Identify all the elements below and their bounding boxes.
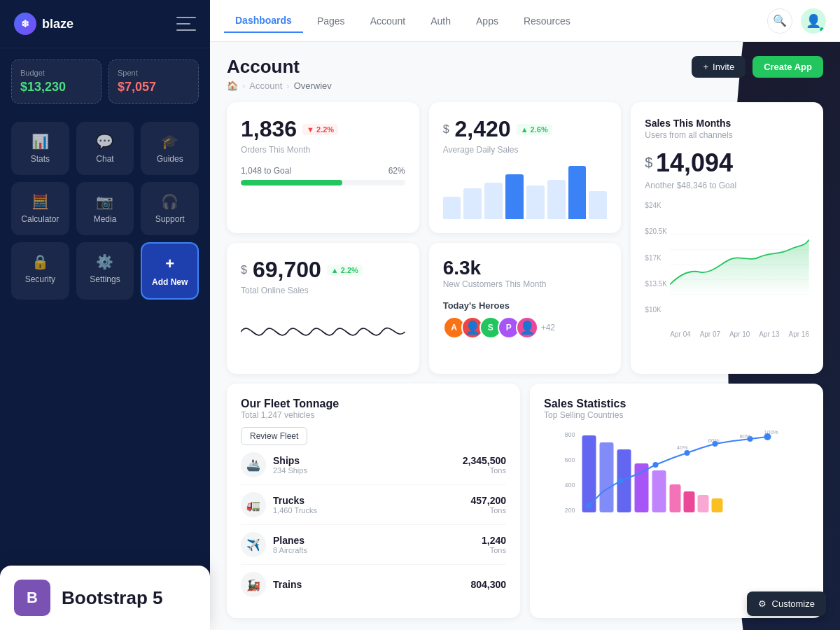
bar-2 — [463, 188, 482, 219]
svg-text:40%: 40% — [677, 444, 688, 451]
app-name: blaze — [42, 17, 74, 31]
settings-label: Settings — [90, 274, 120, 284]
fleet-item-trains: 🚂 Trains 804,300 — [241, 565, 506, 604]
sales-another: Another $48,346 to Goal — [645, 181, 809, 190]
nav-item-resources[interactable]: Resources — [512, 10, 582, 32]
customize-label: Customize — [772, 598, 815, 609]
page-title: Account — [227, 56, 332, 78]
planes-name: Planes — [273, 535, 307, 546]
ships-sub: 234 Ships — [273, 466, 307, 475]
fleet-items: 🚢 Ships 234 Ships 2,345,500 Tons — [241, 445, 506, 604]
y-label-5: $10K — [645, 306, 667, 314]
planes-value-section: 1,240 Tons — [482, 535, 506, 554]
sidebar-item-guides[interactable]: 🎓 Guides — [141, 122, 199, 175]
bar-3 — [484, 183, 503, 219]
bootstrap-card: B Bootstrap 5 — [0, 566, 210, 630]
trucks-name: Trucks — [273, 495, 317, 506]
x-label-2: Apr 07 — [700, 330, 720, 338]
orders-badge: ▼ 2.2% — [302, 124, 338, 135]
home-icon[interactable]: 🏠 — [227, 80, 238, 91]
spent-label: Spent — [118, 69, 190, 77]
app-logo: ❄ blaze — [14, 13, 74, 35]
chat-label: Chat — [96, 154, 113, 164]
fleet-item-ships: 🚢 Ships 234 Ships 2,345,500 Tons — [241, 445, 506, 485]
sidebar-item-stats[interactable]: 📊 Stats — [11, 122, 69, 175]
stats-grid: 1,836 ▼ 2.2% Orders This Month 1,048 to … — [227, 102, 823, 374]
media-icon: 📷 — [96, 193, 113, 210]
dollar-sign: $ — [443, 123, 449, 136]
sales-stats-chart: 800 600 400 200 — [544, 428, 809, 526]
breadcrumb-current: Overwiev — [294, 80, 332, 91]
y-label-3: $17K — [645, 254, 667, 262]
heroes-section: Today's Heroes A 👤 S P 👤 +42 — [443, 300, 608, 339]
nav-item-account[interactable]: Account — [359, 10, 417, 32]
sidebar-item-addnew[interactable]: + Add New — [141, 242, 199, 300]
heroes-count: +42 — [541, 323, 555, 332]
menu-toggle-icon[interactable] — [176, 17, 196, 31]
trucks-value-section: 457,200 Tons — [470, 495, 506, 514]
plus-icon: + — [703, 62, 708, 72]
svg-text:80%: 80% — [740, 433, 751, 440]
bar-6 — [547, 180, 566, 219]
trucks-unit: Tons — [470, 506, 506, 514]
x-label-4: Apr 13 — [759, 330, 779, 338]
customers-value: 6.3k — [443, 257, 608, 279]
page-title-section: Account 🏠 › Account › Overwiev — [227, 56, 332, 91]
orders-header-row: 1,836 ▼ 2.2% — [241, 116, 405, 142]
sales-statistics-card: Sales Statistics Top Selling Countries 8… — [530, 384, 823, 618]
fleet-item-trucks: 🚛 Trucks 1,460 Trucks 457,200 Tons — [241, 485, 506, 525]
planes-sub: 8 Aircrafts — [273, 546, 307, 554]
fleet-card: Our Fleet Tonnage Total 1,247 vehicles R… — [227, 384, 520, 618]
sidebar-item-security[interactable]: 🔒 Security — [11, 242, 69, 300]
sidebar-header: ❄ blaze — [0, 0, 210, 48]
svg-text:400: 400 — [565, 482, 575, 489]
customize-button[interactable]: ⚙ Customize — [747, 592, 826, 616]
sidebar-item-settings[interactable]: ⚙️ Settings — [76, 242, 134, 300]
breadcrumb-parent[interactable]: Account — [249, 80, 282, 91]
planes-unit: Tons — [482, 546, 506, 554]
calculator-icon: 🧮 — [31, 193, 49, 210]
nav-item-dashboards[interactable]: Dashboards — [224, 9, 303, 33]
security-label: Security — [25, 274, 55, 284]
sidebar-item-calculator[interactable]: 🧮 Calculator — [11, 182, 69, 235]
bootstrap-icon: B — [14, 580, 50, 616]
sales-month-sub: Users from all channels — [645, 130, 809, 140]
invite-button[interactable]: + Invite — [692, 56, 746, 78]
svg-rect-12 — [635, 463, 649, 512]
nav-grid: 📊 Stats 💬 Chat 🎓 Guides 🧮 Calculator 📷 M… — [0, 115, 210, 307]
sidebar-item-chat[interactable]: 💬 Chat — [76, 122, 134, 175]
bootstrap-text: Bootstrap 5 — [62, 587, 162, 609]
review-fleet-button[interactable]: Review Fleet — [241, 427, 307, 445]
svg-rect-17 — [712, 498, 723, 512]
topnav-actions: 🔍 👤 — [767, 8, 826, 34]
total-online-badge: ▲ 2.2% — [327, 265, 363, 276]
nav-item-auth[interactable]: Auth — [419, 10, 462, 32]
planes-icon: ✈️ — [241, 532, 266, 557]
svg-rect-10 — [600, 442, 614, 512]
trains-name: Trains — [273, 579, 302, 590]
breadcrumb: 🏠 › Account › Overwiev — [227, 80, 332, 91]
x-label-1: Apr 04 — [670, 330, 690, 338]
svg-point-20 — [653, 462, 659, 468]
online-indicator — [819, 27, 825, 32]
budget-section: Budget $13,230 Spent $7,057 — [0, 48, 210, 115]
svg-text:100%: 100% — [764, 429, 778, 435]
stats-label: Stats — [31, 154, 50, 164]
total-online-label: Total Online Sales — [241, 286, 405, 295]
sidebar-item-support[interactable]: 🎧 Support — [141, 182, 199, 235]
guides-icon: 🎓 — [161, 133, 178, 150]
user-avatar[interactable]: 👤 — [801, 8, 826, 34]
sidebar-item-media[interactable]: 📷 Media — [76, 182, 134, 235]
nav-item-apps[interactable]: Apps — [465, 10, 510, 32]
sales-month-card: Sales This Months Users from all channel… — [631, 102, 823, 374]
fleet-item-planes: ✈️ Planes 8 Aircrafts 1,240 Tons — [241, 525, 506, 565]
heroes-avatars: A 👤 S P 👤 +42 — [443, 316, 608, 339]
search-button[interactable]: 🔍 — [767, 8, 792, 34]
sales-svg-chart — [670, 202, 809, 328]
svg-text:60%: 60% — [708, 438, 720, 444]
addnew-icon: + — [165, 255, 174, 273]
create-app-button[interactable]: Create App — [752, 56, 823, 78]
orders-value: 1,836 — [241, 116, 297, 142]
orders-card: 1,836 ▼ 2.2% Orders This Month 1,048 to … — [227, 102, 419, 233]
nav-item-pages[interactable]: Pages — [306, 10, 356, 32]
